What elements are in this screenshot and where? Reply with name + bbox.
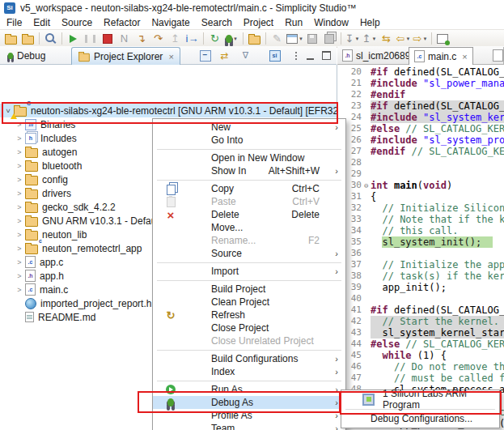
tree-expand-icon[interactable]: > xyxy=(15,189,24,198)
menubar-item-file[interactable]: File xyxy=(1,16,28,29)
context-menu-item-close-unrelated-project[interactable]: Close Unrelated Project xyxy=(153,334,345,347)
close-tab-icon[interactable]: × xyxy=(168,52,173,62)
context-menu-item-import[interactable]: Import› xyxy=(153,265,345,278)
menubar-item-window[interactable]: Window xyxy=(308,16,354,29)
menubar-item-search[interactable]: Search xyxy=(196,16,238,29)
tree-expand-icon[interactable]: > xyxy=(15,121,24,129)
import-file-button[interactable] xyxy=(19,31,36,46)
minimize-icon[interactable] xyxy=(304,49,316,62)
collapse-all-icon[interactable]: − xyxy=(199,49,211,62)
submenu-item-1-silicon-labs-arm-program[interactable]: 1 Silicon Labs ARM Program xyxy=(341,392,499,407)
tree-expand-icon[interactable]: > xyxy=(15,272,24,280)
edit-button[interactable]: ✎ xyxy=(269,31,286,46)
close-tab-icon[interactable]: × xyxy=(462,52,467,62)
folder-icon xyxy=(25,174,38,185)
new-editor-button[interactable] xyxy=(434,31,451,46)
code-text: // Initialize the application. For examp… xyxy=(371,259,504,270)
save-all-button[interactable] xyxy=(321,31,338,46)
export-breakpoints-button[interactable]: ↥▼ xyxy=(361,31,378,46)
suspend-button[interactable] xyxy=(82,31,99,46)
debug-dropdown-button[interactable]: ▼ xyxy=(223,31,240,46)
new-window-button[interactable]: ▼ xyxy=(286,31,304,46)
terminate-button[interactable] xyxy=(99,31,116,46)
code-text xyxy=(371,168,504,180)
tree-expand-icon[interactable]: > xyxy=(15,231,24,239)
step-return-button[interactable]: ↥ xyxy=(167,31,184,46)
fold-column xyxy=(364,316,371,327)
context-menu-item-clean-project[interactable]: Clean Project xyxy=(153,296,345,309)
step-into-button[interactable]: ↴ xyxy=(133,31,150,46)
tree-expand-icon[interactable]: > xyxy=(15,286,24,294)
tree-expand-icon[interactable]: > xyxy=(15,217,24,225)
menubar-item-project[interactable]: Project xyxy=(238,16,279,29)
forward-button[interactable]: ⇨▼ xyxy=(412,31,429,46)
step-over-button[interactable]: ↷ xyxy=(150,31,167,46)
open-folder-button[interactable] xyxy=(246,31,263,46)
context-menu-item-new[interactable]: New› xyxy=(153,121,345,134)
context-menu-item-copy[interactable]: CopyCtrl+C xyxy=(153,182,345,195)
submenu-item-debug-configurations[interactable]: Debug Configurations... xyxy=(341,411,499,426)
context-menu-item-delete[interactable]: ×DeleteDelete xyxy=(153,208,345,221)
tree-expand-icon[interactable]: > xyxy=(15,162,24,170)
history-pair-button[interactable]: ⇆ xyxy=(378,31,395,46)
line-number: 20 xyxy=(337,66,364,78)
tree-item-neuton-silabs-xg24-ble-remotectrl[interactable]: >Cneuton-silabs-xg24-ble-remotectrl [GNU… xyxy=(0,104,337,117)
menubar-item-run[interactable]: Run xyxy=(279,16,308,29)
menubar-item-help[interactable]: Help xyxy=(354,16,386,29)
refresh-button[interactable]: ↻ xyxy=(206,31,223,46)
fold-column xyxy=(364,327,371,338)
context-menu-item-run-as[interactable]: Run As› xyxy=(153,383,345,396)
context-menu-item-debug-as[interactable]: Debug As› xyxy=(153,396,345,409)
code-editor[interactable]: 20#if defined(SL_CATALOG_POWER_MANAGER_P… xyxy=(337,65,504,430)
filter-icon[interactable]: ∇ xyxy=(239,49,252,62)
context-menu-item-refresh[interactable]: ↻Refresh xyxy=(153,309,345,321)
tree-expand-icon[interactable]: > xyxy=(15,203,24,211)
context-menu-item-build-project[interactable]: Build Project xyxy=(153,283,345,296)
submenu-arrow-icon: › xyxy=(335,385,338,394)
disconnect-button[interactable]: N xyxy=(116,31,133,46)
menubar-item-navigate[interactable]: Navigate xyxy=(146,16,195,29)
context-menu-item-open-in-new-window[interactable]: Open in New Window xyxy=(153,151,345,164)
back-button[interactable]: ⇦▼ xyxy=(395,31,412,46)
context-menu-item-close-project[interactable]: Close Project xyxy=(153,321,345,334)
tree-expand-icon[interactable]: > xyxy=(15,245,24,253)
context-menu-item-show-in[interactable]: Show InAlt+Shift+W› xyxy=(153,164,345,177)
tree-expand-icon[interactable]: > xyxy=(15,148,24,156)
save-button[interactable] xyxy=(304,31,321,46)
focus-view-icon[interactable]: si xyxy=(269,49,281,62)
view-menu-icon[interactable] xyxy=(290,49,302,62)
context-menu-item-team[interactable]: Team› xyxy=(153,422,345,430)
view-tab-debug[interactable]: Debug xyxy=(2,47,51,64)
maximize-icon[interactable] xyxy=(320,49,332,62)
tree-expand-icon[interactable]: > xyxy=(15,258,24,266)
tree-expand-icon[interactable]: > xyxy=(15,134,24,143)
resume-button[interactable] xyxy=(65,31,82,46)
run-to-line-button[interactable]: i→ xyxy=(184,31,201,46)
view-tab-project-explorer[interactable]: Project Explorer× xyxy=(71,47,180,65)
fold-marker-icon[interactable]: ⊖ xyxy=(364,180,371,191)
open-file-button[interactable] xyxy=(2,31,19,46)
tree-item-label: imported_project_report.h xyxy=(40,298,151,309)
tree-expand-icon[interactable]: > xyxy=(15,176,24,184)
fold-column xyxy=(364,304,371,316)
context-menu-item-index[interactable]: Index› xyxy=(153,365,345,378)
import-breakpoints-button[interactable]: ↧▼ xyxy=(344,31,361,46)
menubar-item-source[interactable]: Source xyxy=(56,16,98,29)
context-menu-item-go-into[interactable]: Go Into xyxy=(153,134,345,147)
tree-item-label: bluetooth xyxy=(42,160,82,172)
editor-tab-partial[interactable] xyxy=(491,47,504,64)
menubar-item-edit[interactable]: Edit xyxy=(28,16,56,29)
search-button[interactable] xyxy=(42,31,59,46)
toolbar-separator xyxy=(203,32,204,45)
link-with-editor-icon[interactable]: ⇄ xyxy=(218,49,231,62)
context-menu-item-profile-as[interactable]: Profile As› xyxy=(153,409,345,422)
context-menu-item-build-configurations[interactable]: Build Configurations› xyxy=(153,352,345,365)
run-to-line-button-icon: i→ xyxy=(186,33,199,44)
context-menu-item-source[interactable]: Source› xyxy=(153,247,345,260)
code-line-23: 23#if defined(SL_CATALOG_KERNEL_PRESENT) xyxy=(337,100,504,112)
menubar-item-refactor[interactable]: Refactor xyxy=(98,16,146,29)
context-menu-item-move[interactable]: Move... xyxy=(153,221,345,234)
context-menu-item-paste[interactable]: PasteCtrl+V xyxy=(153,195,345,208)
context-menu-item-rename[interactable]: Rename...F2 xyxy=(153,234,345,247)
editor-tab-main-c[interactable]: .cmain.c× xyxy=(409,47,473,66)
